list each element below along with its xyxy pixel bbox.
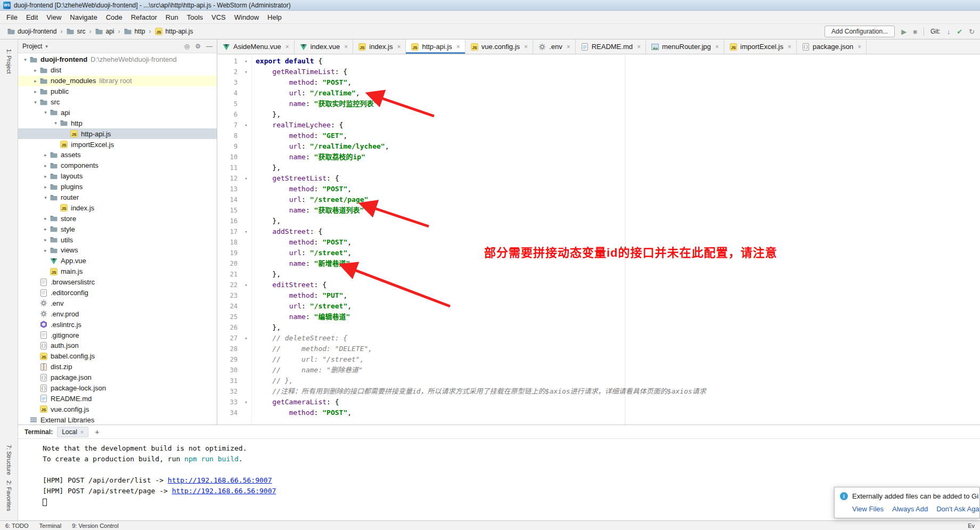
chevron-right-icon[interactable]: ▸ <box>31 78 39 84</box>
tree-item-assets[interactable]: ▸assets <box>18 150 217 160</box>
tree-item-duoji-frontend[interactable]: ▾duoji-frontendD:\zheheWeb\duoji-fronten… <box>18 54 217 65</box>
code-line-8[interactable]: 8 method: "GET", <box>217 131 980 141</box>
code-line-25[interactable]: 25 name: "编辑巷道" <box>217 312 980 322</box>
tab-menurouter-jpg[interactable]: menuRouter.jpg× <box>646 39 724 54</box>
close-icon[interactable]: × <box>80 429 84 435</box>
tree-item-babel-config-js[interactable]: JSbabel.config.js <box>18 351 217 362</box>
tree-item-auth-json[interactable]: {}auth.json <box>18 340 217 351</box>
close-icon[interactable]: × <box>285 43 289 51</box>
code-line-10[interactable]: 10 name: "获取荔枝的ip" <box>217 152 980 162</box>
tree-item-http-api-js[interactable]: JShttp-api.js <box>18 128 217 139</box>
tree-item-utils[interactable]: ▸utils <box>18 234 217 245</box>
close-icon[interactable]: × <box>715 43 719 51</box>
tab-package-json[interactable]: {}package.json× <box>797 39 867 54</box>
tree-item-http[interactable]: ▾http <box>18 118 217 128</box>
tree-item-dist[interactable]: ▸dist <box>18 65 217 76</box>
tree-item-dist-zip[interactable]: dist.zip <box>18 362 217 372</box>
status-right[interactable]: Ev <box>968 523 975 529</box>
fold-icon[interactable]: ▾ <box>241 226 251 237</box>
code-line-5[interactable]: 5 name: "获取实时监控列表" <box>217 99 980 109</box>
code-line-3[interactable]: 3 method: "POST", <box>217 77 980 88</box>
menu-item-tools[interactable]: Tools <box>183 12 207 23</box>
stop-icon[interactable]: ■ <box>913 28 917 35</box>
tab-index-js[interactable]: JSindex.js× <box>353 39 406 54</box>
tab-env[interactable]: .env× <box>533 39 576 54</box>
breadcrumb-item-src[interactable]: src <box>64 26 87 37</box>
chevron-down-icon[interactable]: ▾ <box>21 57 29 62</box>
breadcrumb-item-http[interactable]: http <box>122 26 146 37</box>
code-line-11[interactable]: 11 }, <box>217 162 980 173</box>
tree-item-eslintrc-js[interactable]: .eslintrc.js <box>18 319 217 330</box>
chevron-right-icon[interactable]: ▸ <box>42 184 50 190</box>
fold-icon[interactable]: ▾ <box>241 333 251 344</box>
chevron-down-icon[interactable]: ▾ <box>42 110 50 115</box>
code-line-14[interactable]: 14 url: "/street/page", <box>217 194 980 205</box>
tree-item-env-prod[interactable]: .env.prod <box>18 308 217 319</box>
close-icon[interactable]: × <box>344 43 348 51</box>
tree-item-node-modules[interactable]: ▸node_moduleslibrary root <box>18 76 217 86</box>
code-line-2[interactable]: 2▾ getRealTimeList: { <box>217 67 980 77</box>
tree-item-plugins[interactable]: ▸plugins <box>18 182 217 192</box>
notification-action-view-files[interactable]: View Files <box>852 505 884 513</box>
chevron-down-icon[interactable]: ▾ <box>31 100 39 105</box>
menu-item-refactor[interactable]: Refactor <box>127 12 161 23</box>
code-line-4[interactable]: 4 url: "/realTime", <box>217 88 980 99</box>
tree-item-style[interactable]: ▸style <box>18 224 217 234</box>
code-line-23[interactable]: 23 method: "PUT", <box>217 290 980 301</box>
tree-item-router[interactable]: ▾router <box>18 192 217 203</box>
tab-vue-config-js[interactable]: JSvue.config.js× <box>466 39 533 54</box>
code-line-15[interactable]: 15 name: "获取巷道列表" <box>217 205 980 216</box>
chevron-right-icon[interactable]: ▸ <box>42 237 50 242</box>
tree-item-gitignore[interactable]: .gitignore <box>18 330 217 340</box>
chevron-right-icon[interactable]: ▸ <box>42 216 50 221</box>
tree-item-src[interactable]: ▾src <box>18 97 217 108</box>
menu-item-vcs[interactable]: VCS <box>207 12 230 23</box>
chevron-right-icon[interactable]: ▸ <box>31 89 39 94</box>
chevron-down-icon[interactable]: ▾ <box>45 44 48 49</box>
chevron-right-icon[interactable]: ▸ <box>42 163 50 168</box>
tree-item-layouts[interactable]: ▸layouts <box>18 171 217 182</box>
breadcrumb-item-duoji-frontend[interactable]: duoji-frontend <box>5 26 58 37</box>
fold-icon[interactable]: ▾ <box>241 120 251 131</box>
fold-icon[interactable]: ▾ <box>241 280 251 290</box>
menu-item-code[interactable]: Code <box>102 12 127 23</box>
code-line-31[interactable]: 31 // }, <box>217 376 980 386</box>
close-icon[interactable]: × <box>567 43 570 51</box>
tree-item-readme-md[interactable]: README.md <box>18 394 217 404</box>
git-commit-icon[interactable]: ✔ <box>957 28 962 35</box>
tool-button-2-favorites[interactable]: 2: Favorites <box>6 480 12 511</box>
chevron-right-icon[interactable]: ▸ <box>31 68 39 73</box>
menu-item-view[interactable]: View <box>42 12 66 23</box>
breadcrumb-item-api[interactable]: api <box>93 26 116 37</box>
chevron-down-icon[interactable]: ▾ <box>42 195 50 200</box>
tree-item-components[interactable]: ▸components <box>18 160 217 171</box>
terminal-link[interactable]: http://192.168.66.56:9007 <box>168 476 272 484</box>
tree-item-package-json[interactable]: {}package.json <box>18 372 217 383</box>
code-line-20[interactable]: 20 name: "新增巷道" <box>217 258 980 269</box>
tree-item-index-js[interactable]: JSindex.js <box>18 202 217 213</box>
add-configuration-button[interactable]: Add Configuration... <box>824 26 895 37</box>
status-item-6-todo[interactable]: 6: TODO <box>5 523 29 529</box>
fold-icon[interactable]: ▾ <box>241 397 251 407</box>
chevron-right-icon[interactable]: ▸ <box>42 152 50 158</box>
tree-item-browserslistrc[interactable]: .browserslistrc <box>18 277 217 288</box>
tool-button-7-structure[interactable]: 7: Structure <box>6 445 12 475</box>
chevron-right-icon[interactable]: ▸ <box>42 226 50 232</box>
tab-index-vue[interactable]: index.vue× <box>295 39 354 54</box>
code-line-24[interactable]: 24 url: "/street", <box>217 301 980 312</box>
close-icon[interactable]: × <box>524 43 528 51</box>
git-update-icon[interactable]: ↓ <box>947 28 951 35</box>
close-icon[interactable]: × <box>788 43 791 51</box>
breadcrumb-item-http-api-js[interactable]: JShttp-api.js <box>153 26 194 37</box>
chevron-down-icon[interactable]: ▾ <box>52 120 60 126</box>
settings-gear-icon[interactable]: ⚙ <box>195 43 201 50</box>
tree-item-importexcel-js[interactable]: JSimportExcel.js <box>18 139 217 150</box>
tab-asidemenu-vue[interactable]: AsideMenu.vue× <box>217 39 295 54</box>
code-line-12[interactable]: 12▾ getStreetList: { <box>217 173 980 184</box>
chevron-right-icon[interactable]: ▸ <box>42 174 50 179</box>
tab-http-api-js[interactable]: JShttp-api.js× <box>406 39 465 54</box>
notification-action-always-add[interactable]: Always Add <box>892 505 928 513</box>
code-line-27[interactable]: 27▾ // deleteStreet: { <box>217 333 980 344</box>
code-line-9[interactable]: 9 url: "/realTime/lychee", <box>217 141 980 152</box>
status-item-9-version-control[interactable]: 9: Version Control <box>72 523 118 529</box>
